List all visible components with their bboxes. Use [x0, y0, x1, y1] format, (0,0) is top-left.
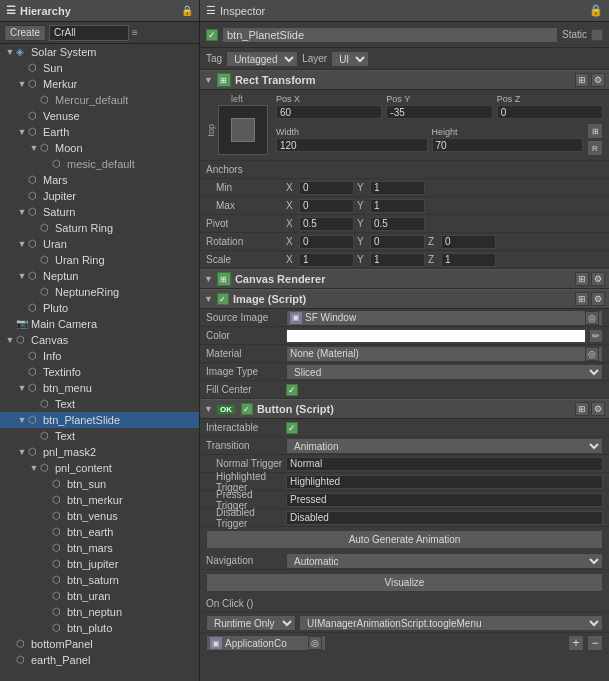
- pos-x-input[interactable]: [276, 105, 382, 119]
- rot-x-input[interactable]: [299, 235, 354, 249]
- tree-item-neptun[interactable]: ▼⬡Neptun: [0, 268, 199, 284]
- tree-item-btn_sun[interactable]: ⬡btn_sun: [0, 476, 199, 492]
- tree-arrow-merkur[interactable]: ▼: [16, 79, 28, 89]
- tree-item-btn_mars[interactable]: ⬡btn_mars: [0, 540, 199, 556]
- tree-item-saturn_ring[interactable]: ⬡Saturn Ring: [0, 220, 199, 236]
- button-script-active-checkbox[interactable]: ✓: [241, 403, 253, 415]
- rect-transform-more-btn[interactable]: ⚙: [591, 73, 605, 87]
- pos-z-input[interactable]: [497, 105, 603, 119]
- pressed-trigger-input[interactable]: [286, 493, 603, 507]
- tree-item-saturn[interactable]: ▼⬡Saturn: [0, 204, 199, 220]
- image-type-dropdown[interactable]: Sliced: [286, 364, 603, 380]
- pivot-y-input[interactable]: [370, 217, 425, 231]
- source-image-field[interactable]: ▣ SF Window ◎: [286, 310, 603, 326]
- tree-item-btn_planetslide[interactable]: ▼⬡btn_PlanetSlide: [0, 412, 199, 428]
- tree-item-uran[interactable]: ▼⬡Uran: [0, 236, 199, 252]
- tree-arrow-earth[interactable]: ▼: [16, 127, 28, 137]
- tree-item-earth[interactable]: ▼⬡Earth: [0, 124, 199, 140]
- fill-center-checkbox[interactable]: ✓: [286, 384, 298, 396]
- tree-arrow-solar_system[interactable]: ▼: [4, 47, 16, 57]
- lock-icon[interactable]: 🔒: [181, 5, 193, 16]
- image-script-active-checkbox[interactable]: ✓: [217, 293, 229, 305]
- button-script-settings-btn[interactable]: ⊞: [575, 402, 589, 416]
- button-script-arrow[interactable]: ▼: [204, 404, 213, 414]
- tree-item-pluto[interactable]: ⬡Pluto: [0, 300, 199, 316]
- tree-item-main_camera[interactable]: 📷Main Camera: [0, 316, 199, 332]
- button-script-more-btn[interactable]: ⚙: [591, 402, 605, 416]
- remove-onclick-btn[interactable]: −: [587, 635, 603, 651]
- material-pick-btn[interactable]: ◎: [585, 347, 599, 361]
- tree-arrow-pnl_mask2[interactable]: ▼: [16, 447, 28, 457]
- app-pick-btn[interactable]: ◎: [308, 636, 322, 650]
- tree-item-btn_venus[interactable]: ⬡btn_venus: [0, 508, 199, 524]
- disabled-trigger-input[interactable]: [286, 511, 603, 525]
- rot-y-input[interactable]: [370, 235, 425, 249]
- tree-item-text2[interactable]: ⬡Text: [0, 428, 199, 444]
- script-method-dropdown[interactable]: UIManagerAnimationScript.toogleMenu: [299, 615, 603, 631]
- tree-item-moon[interactable]: ▼⬡Moon: [0, 140, 199, 156]
- tree-arrow-canvas[interactable]: ▼: [4, 335, 16, 345]
- height-input[interactable]: [432, 138, 584, 152]
- canvas-renderer-arrow[interactable]: ▼: [204, 274, 213, 284]
- color-eyedropper[interactable]: ✏: [589, 329, 603, 343]
- tree-item-info[interactable]: ⬡Info: [0, 348, 199, 364]
- pos-y-input[interactable]: [386, 105, 492, 119]
- anchor-max-y-input[interactable]: [370, 199, 425, 213]
- tree-item-textinfo[interactable]: ⬡Textinfo: [0, 364, 199, 380]
- tree-item-uran_ring[interactable]: ⬡Uran Ring: [0, 252, 199, 268]
- canvas-renderer-settings-btn[interactable]: ⊞: [575, 272, 589, 286]
- active-checkbox[interactable]: ✓: [206, 29, 218, 41]
- width-input[interactable]: [276, 138, 428, 152]
- scale-z-input[interactable]: [441, 253, 496, 267]
- app-object-field[interactable]: ▣ ApplicationCo ◎: [206, 635, 326, 651]
- sort-icon[interactable]: ≡: [132, 27, 138, 38]
- tree-item-text_btn[interactable]: ⬡Text: [0, 396, 199, 412]
- tree-arrow-uran[interactable]: ▼: [16, 239, 28, 249]
- tree-arrow-saturn[interactable]: ▼: [16, 207, 28, 217]
- anchor-min-y-input[interactable]: [370, 181, 425, 195]
- tree-item-mercur_default[interactable]: ⬡Mercur_default: [0, 92, 199, 108]
- tree-item-earth_panel[interactable]: ⬡earth_Panel: [0, 652, 199, 668]
- static-checkbox[interactable]: [591, 29, 603, 41]
- transition-dropdown[interactable]: Animation: [286, 438, 603, 454]
- tree-item-pnl_content[interactable]: ▼⬡pnl_content: [0, 460, 199, 476]
- tree-item-btn_earth[interactable]: ⬡btn_earth: [0, 524, 199, 540]
- tree-item-solar_system[interactable]: ▼◈Solar System: [0, 44, 199, 60]
- tree-item-neptune_ring[interactable]: ⬡NeptuneRing: [0, 284, 199, 300]
- tree-item-mesic_default[interactable]: ⬡mesic_default: [0, 156, 199, 172]
- layer-dropdown[interactable]: UI: [331, 51, 369, 67]
- canvas-renderer-more-btn[interactable]: ⚙: [591, 272, 605, 286]
- tree-item-btn_saturn[interactable]: ⬡btn_saturn: [0, 572, 199, 588]
- tree-arrow-neptun[interactable]: ▼: [16, 271, 28, 281]
- highlighted-trigger-input[interactable]: [286, 475, 603, 489]
- tag-dropdown[interactable]: Untagged: [226, 51, 298, 67]
- runtime-only-dropdown[interactable]: Runtime Only: [206, 615, 296, 631]
- tree-item-bottom_panel[interactable]: ⬡bottomPanel: [0, 636, 199, 652]
- tree-arrow-moon[interactable]: ▼: [28, 143, 40, 153]
- scale-x-input[interactable]: [299, 253, 354, 267]
- tree-item-btn_menu[interactable]: ▼⬡btn_menu: [0, 380, 199, 396]
- anchor-max-x-input[interactable]: [299, 199, 354, 213]
- tree-arrow-btn_menu[interactable]: ▼: [16, 383, 28, 393]
- rot-z-input[interactable]: [441, 235, 496, 249]
- tree-item-jupiter[interactable]: ⬡Jupiter: [0, 188, 199, 204]
- hierarchy-search-input[interactable]: [49, 25, 129, 41]
- constrain-h-btn[interactable]: R: [587, 140, 603, 156]
- tree-item-merkur[interactable]: ▼⬡Merkur: [0, 76, 199, 92]
- pivot-x-input[interactable]: [299, 217, 354, 231]
- tree-item-canvas[interactable]: ▼⬡Canvas: [0, 332, 199, 348]
- tree-item-mars[interactable]: ⬡Mars: [0, 172, 199, 188]
- source-image-pick-btn[interactable]: ◎: [585, 311, 599, 325]
- tree-item-btn_neptun[interactable]: ⬡btn_neptun: [0, 604, 199, 620]
- color-picker[interactable]: [286, 329, 586, 343]
- interactable-checkbox[interactable]: ✓: [286, 422, 298, 434]
- tree-item-btn_merkur[interactable]: ⬡btn_merkur: [0, 492, 199, 508]
- constrain-w-btn[interactable]: ⊞: [587, 123, 603, 139]
- material-field[interactable]: None (Material) ◎: [286, 346, 603, 362]
- tree-item-venuse[interactable]: ⬡Venuse: [0, 108, 199, 124]
- tree-item-sun[interactable]: ⬡Sun: [0, 60, 199, 76]
- image-script-settings-btn[interactable]: ⊞: [575, 292, 589, 306]
- anchor-min-x-input[interactable]: [299, 181, 354, 195]
- tree-item-pnl_mask2[interactable]: ▼⬡pnl_mask2: [0, 444, 199, 460]
- rect-transform-settings-btn[interactable]: ⊞: [575, 73, 589, 87]
